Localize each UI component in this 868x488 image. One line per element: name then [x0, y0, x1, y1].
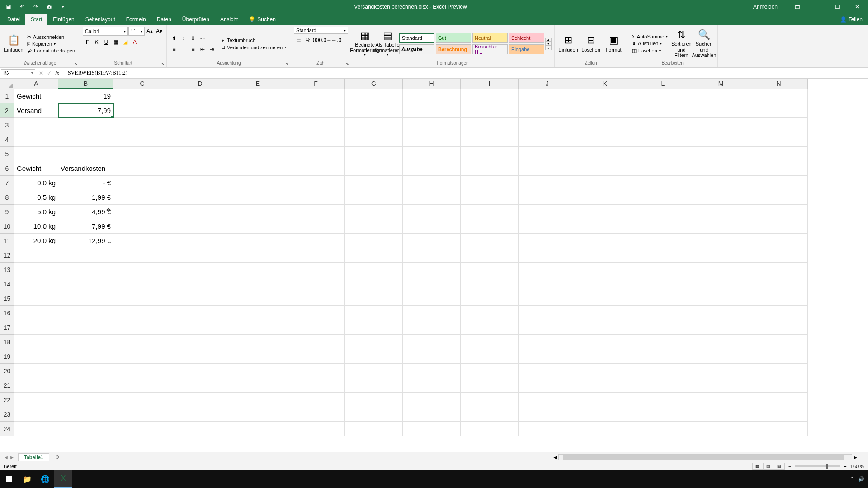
tab-seitenlayout[interactable]: Seitenlayout [80, 14, 121, 25]
row-header-14[interactable]: 14 [0, 277, 14, 291]
cell-E1[interactable] [229, 89, 287, 103]
fill-button[interactable]: ⬇Ausfüllen▾ [630, 40, 670, 47]
cell-M11[interactable] [692, 234, 750, 248]
cell-D4[interactable] [171, 132, 229, 147]
cell-A3[interactable] [14, 118, 58, 132]
cell-A18[interactable] [14, 335, 58, 349]
cell-H8[interactable] [403, 190, 461, 205]
tab-start[interactable]: Start [25, 14, 47, 25]
cell-N18[interactable] [750, 335, 808, 349]
number-dialog-launcher[interactable]: ⬊ [344, 61, 350, 66]
cell-A14[interactable] [14, 277, 58, 291]
zoom-in-button[interactable]: + [844, 464, 846, 469]
cell-F9[interactable] [287, 205, 345, 219]
cell-C6[interactable] [113, 161, 171, 176]
edge-button[interactable]: 🌐 [36, 470, 54, 488]
cell-N8[interactable] [750, 190, 808, 205]
cell-L24[interactable] [634, 422, 692, 436]
orientation-icon[interactable]: ⤺ [198, 34, 207, 43]
cell-K7[interactable] [576, 176, 634, 190]
cell-C9[interactable] [113, 205, 171, 219]
font-color-button[interactable]: A [130, 38, 139, 47]
cell-J23[interactable] [519, 407, 576, 422]
tab-datei[interactable]: Datei [2, 14, 25, 25]
cell-C8[interactable] [113, 190, 171, 205]
cell-M3[interactable] [692, 118, 750, 132]
accept-formula-icon[interactable]: ✓ [47, 70, 52, 76]
page-break-view-button[interactable]: ▧ [774, 463, 785, 470]
cell-J4[interactable] [519, 132, 576, 147]
cell-C14[interactable] [113, 277, 171, 291]
cell-E16[interactable] [229, 306, 287, 320]
cell-I15[interactable] [461, 291, 519, 306]
cell-D23[interactable] [171, 407, 229, 422]
sheet-prev-icon[interactable]: ◄ [4, 455, 9, 460]
cell-N16[interactable] [750, 306, 808, 320]
cell-B10[interactable]: 7,99 € [58, 219, 113, 234]
column-header-H[interactable]: H [403, 79, 461, 89]
cell-M21[interactable] [692, 378, 750, 393]
increase-font-icon[interactable]: A▴ [145, 27, 154, 36]
cell-L11[interactable] [634, 234, 692, 248]
cell-D10[interactable] [171, 219, 229, 234]
cell-N23[interactable] [750, 407, 808, 422]
cell-K12[interactable] [576, 248, 634, 263]
cell-N10[interactable] [750, 219, 808, 234]
row-header-4[interactable]: 4 [0, 132, 14, 147]
row-header-10[interactable]: 10 [0, 219, 14, 234]
cell-B2[interactable]: 7,99 [58, 103, 113, 118]
cell-F7[interactable] [287, 176, 345, 190]
cell-E12[interactable] [229, 248, 287, 263]
cell-K8[interactable] [576, 190, 634, 205]
cell-K3[interactable] [576, 118, 634, 132]
cell-A8[interactable]: 0,5 kg [14, 190, 58, 205]
cell-M24[interactable] [692, 422, 750, 436]
cell-I21[interactable] [461, 378, 519, 393]
cell-F6[interactable] [287, 161, 345, 176]
cell-I19[interactable] [461, 349, 519, 364]
cell-E14[interactable] [229, 277, 287, 291]
cell-F19[interactable] [287, 349, 345, 364]
cell-G23[interactable] [345, 407, 403, 422]
cell-D9[interactable] [171, 205, 229, 219]
number-format-dropdown[interactable]: Standard▾ [294, 27, 348, 34]
cell-A24[interactable] [14, 422, 58, 436]
cell-M22[interactable] [692, 393, 750, 407]
cell-J2[interactable] [519, 103, 576, 118]
cell-L22[interactable] [634, 393, 692, 407]
cell-F23[interactable] [287, 407, 345, 422]
cell-E9[interactable] [229, 205, 287, 219]
cell-G2[interactable] [345, 103, 403, 118]
cell-C4[interactable] [113, 132, 171, 147]
cell-H14[interactable] [403, 277, 461, 291]
cell-A6[interactable]: Gewicht [14, 161, 58, 176]
cell-L5[interactable] [634, 147, 692, 161]
cell-A13[interactable] [14, 263, 58, 277]
cell-E23[interactable] [229, 407, 287, 422]
cell-A20[interactable] [14, 364, 58, 378]
cell-H1[interactable] [403, 89, 461, 103]
cell-H7[interactable] [403, 176, 461, 190]
cell-A4[interactable] [14, 132, 58, 147]
cell-M23[interactable] [692, 407, 750, 422]
column-header-D[interactable]: D [171, 79, 229, 89]
cell-A19[interactable] [14, 349, 58, 364]
cell-F10[interactable] [287, 219, 345, 234]
clipboard-dialog-launcher[interactable]: ⬊ [73, 61, 79, 66]
cell-G19[interactable] [345, 349, 403, 364]
cell-M9[interactable] [692, 205, 750, 219]
cell-F15[interactable] [287, 291, 345, 306]
ribbon-display-icon[interactable] [788, 0, 807, 14]
page-layout-view-button[interactable]: ▤ [763, 463, 774, 470]
cell-N19[interactable] [750, 349, 808, 364]
insert-cells-button[interactable]: ⊞Einfügen [557, 28, 579, 60]
cell-J20[interactable] [519, 364, 576, 378]
cell-A7[interactable]: 0,0 kg [14, 176, 58, 190]
cell-H20[interactable] [403, 364, 461, 378]
cell-L2[interactable] [634, 103, 692, 118]
cell-F18[interactable] [287, 335, 345, 349]
row-header-12[interactable]: 12 [0, 248, 14, 263]
cell-J19[interactable] [519, 349, 576, 364]
cell-K16[interactable] [576, 306, 634, 320]
cell-C24[interactable] [113, 422, 171, 436]
